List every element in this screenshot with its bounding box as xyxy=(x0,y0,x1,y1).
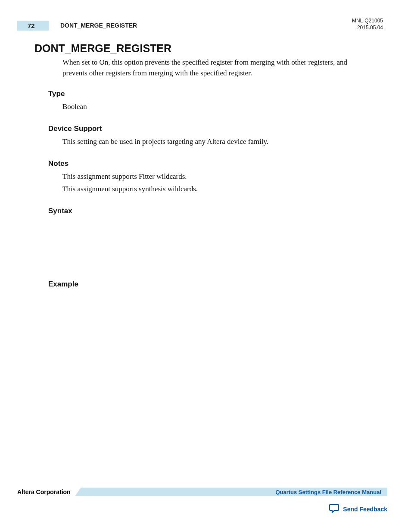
notes-line-2: This assignment supports synthesis wildc… xyxy=(62,183,364,196)
doc-date: 2015.05.04 xyxy=(352,24,383,31)
footer-row: Altera Corporation Quartus Settings File… xyxy=(17,486,387,498)
speech-bubble-icon[interactable] xyxy=(329,504,339,515)
footer-bar: Quartus Settings File Reference Manual xyxy=(75,488,387,496)
section-example-heading: Example xyxy=(48,280,387,289)
section-device-support-text: This setting can be used in projects tar… xyxy=(62,136,364,148)
page-number-tab: 72 xyxy=(17,21,49,31)
doc-meta: MNL-Q21005 2015.05.04 xyxy=(352,17,383,31)
section-type-text: Boolean xyxy=(62,101,364,113)
section-syntax-heading: Syntax xyxy=(48,207,387,215)
intro-paragraph: When set to On, this option prevents the… xyxy=(62,57,364,78)
section-notes-text: This assignment supports Fitter wildcard… xyxy=(62,171,364,196)
section-notes-heading: Notes xyxy=(48,159,387,168)
header-title: DONT_MERGE_REGISTER xyxy=(60,22,137,29)
document-page: 72 DONT_MERGE_REGISTER MNL-Q21005 2015.0… xyxy=(0,0,411,532)
doc-id: MNL-Q21005 xyxy=(352,17,383,24)
send-feedback-link[interactable]: Send Feedback xyxy=(343,506,387,513)
page-footer: Altera Corporation Quartus Settings File… xyxy=(17,486,387,515)
notes-line-1: This assignment supports Fitter wildcard… xyxy=(62,171,364,183)
section-type-heading: Type xyxy=(48,90,387,98)
footer-company: Altera Corporation xyxy=(17,488,75,495)
manual-link[interactable]: Quartus Settings File Reference Manual xyxy=(275,489,381,495)
section-device-support-heading: Device Support xyxy=(48,124,387,133)
page-header: 72 DONT_MERGE_REGISTER MNL-Q21005 2015.0… xyxy=(17,17,387,34)
page-title: DONT_MERGE_REGISTER xyxy=(34,42,387,55)
feedback-row: Send Feedback xyxy=(17,504,387,515)
